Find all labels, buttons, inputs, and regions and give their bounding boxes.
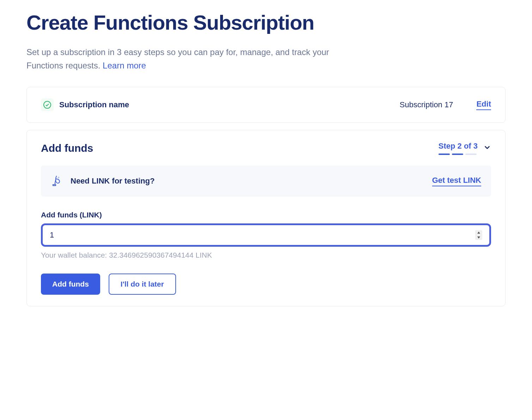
funds-input-wrap	[41, 223, 491, 247]
step1-label: Subscription name	[59, 100, 394, 109]
wallet-balance-text: Your wallet balance: 32.3469625903674941…	[41, 251, 491, 259]
step-progress-bars	[439, 154, 477, 155]
chevron-down-icon[interactable]	[483, 144, 491, 153]
learn-more-link[interactable]: Learn more	[103, 61, 146, 70]
step-bar-2	[452, 154, 463, 155]
do-later-button[interactable]: I'll do it later	[109, 274, 176, 295]
button-row: Add funds I'll do it later	[41, 274, 491, 295]
number-stepper	[475, 230, 482, 240]
step-bar-3	[465, 154, 477, 155]
stepper-up-button[interactable]	[475, 230, 482, 235]
step1-row: Subscription name Subscription 17 Edit	[41, 98, 491, 111]
step2-title: Add funds	[41, 142, 93, 154]
funds-input-label: Add funds (LINK)	[41, 211, 491, 219]
description-text: Set up a subscription in 3 easy steps so…	[26, 47, 329, 70]
step-indicator-wrap: Step 2 of 3	[439, 142, 491, 155]
info-banner: Need LINK for testing? Get test LINK	[41, 166, 491, 197]
step2-card: Add funds Step 2 of 3	[26, 130, 506, 306]
add-funds-button[interactable]: Add funds	[41, 274, 100, 295]
page-description: Set up a subscription in 3 easy steps so…	[26, 46, 365, 73]
page-title: Create Functions Subscription	[26, 11, 506, 34]
stepper-down-button[interactable]	[475, 235, 482, 240]
step1-card: Subscription name Subscription 17 Edit	[26, 87, 506, 123]
info-banner-text: Need LINK for testing?	[71, 176, 425, 186]
step-indicator: Step 2 of 3	[439, 142, 478, 155]
step-indicator-text: Step 2 of 3	[439, 142, 478, 151]
check-circle-icon	[41, 98, 54, 111]
get-test-link-button[interactable]: Get test LINK	[432, 176, 481, 186]
step2-header: Add funds Step 2 of 3	[41, 142, 491, 155]
svg-point-0	[44, 101, 51, 108]
edit-button[interactable]: Edit	[476, 100, 491, 110]
money-bag-icon	[51, 174, 64, 188]
step-bar-1	[439, 154, 450, 155]
funds-input[interactable]	[50, 230, 475, 240]
step1-value: Subscription 17	[400, 100, 453, 109]
